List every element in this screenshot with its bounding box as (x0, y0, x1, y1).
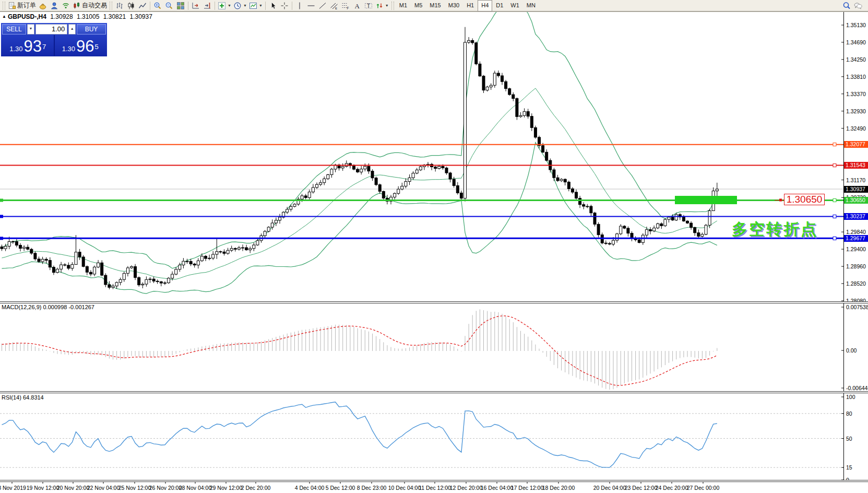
search-button[interactable] (841, 1, 852, 11)
rsi-indicator-label: RSI(14) 64.8314 (2, 394, 44, 401)
time-axis-label: 8 Nov 2019 (0, 485, 26, 491)
community-button[interactable] (852, 1, 864, 11)
time-axis-label: 16 Dec 04:00 (481, 485, 513, 491)
time-axis-label: 2 Dec 20:00 (241, 485, 271, 491)
autotrading-label: 自动交易 (82, 1, 107, 10)
timeframe-mn-button[interactable]: MN (523, 0, 539, 11)
volume-input[interactable]: 1.00 (35, 24, 68, 34)
template-icon (249, 2, 257, 10)
toolbar-right-icons (841, 1, 864, 11)
fibonacci-button[interactable]: F (340, 1, 351, 11)
sell-button[interactable]: SELL (2, 24, 26, 34)
price-tick-label: 1.35130 (846, 22, 866, 28)
periods-button[interactable]: ▼ (232, 1, 248, 11)
equidistant-channel-button[interactable]: E (328, 1, 340, 11)
timeframe-m15-button[interactable]: M15 (426, 0, 444, 11)
timeframe-d1-button[interactable]: D1 (492, 0, 507, 11)
periods-dropdown-icon[interactable]: ▼ (243, 4, 247, 7)
timeframe-w1-button[interactable]: W1 (507, 0, 523, 11)
new-order-button[interactable]: 新订单 (7, 1, 37, 11)
chart-canvas[interactable] (0, 0, 868, 493)
deposit-button[interactable] (37, 1, 49, 11)
timeframe-h4-button[interactable]: H4 (478, 0, 492, 11)
volume-decrease-button[interactable]: ▼ (27, 24, 34, 34)
highlight-rectangle[interactable] (675, 196, 737, 204)
auto-scroll-button[interactable] (190, 1, 201, 11)
insert-indicator-button[interactable]: ▼ (217, 1, 232, 11)
zoomin-icon (153, 2, 162, 10)
rsi-line (2, 402, 717, 467)
time-axis-label: 18 Dec 20:00 (542, 485, 575, 491)
search-icon (842, 2, 851, 10)
toolbar-grip (391, 2, 394, 10)
horizontal-line-button[interactable] (305, 1, 317, 11)
quote-panel-toggle-icon[interactable]: ▲ (2, 14, 6, 19)
autotrading-button[interactable]: 自动交易 (72, 1, 108, 11)
shift-icon (203, 2, 211, 10)
price-badge-129677: 1.29677 (844, 235, 868, 242)
one-click-trading-panel: SELL ▼ 1.00 ▲ BUY 1.30 93 7 1.30 96 5 (1, 23, 107, 56)
svg-text:E: E (335, 6, 337, 9)
person-icon (50, 2, 58, 10)
bar-chart-button[interactable] (114, 1, 125, 11)
buy-button[interactable]: BUY (77, 24, 106, 34)
svg-text:A: A (354, 2, 360, 9)
sell-price[interactable]: 1.30 93 7 (2, 35, 54, 56)
arrows-button[interactable]: ▼ (374, 1, 390, 11)
text-button[interactable]: A (351, 1, 363, 11)
timeframe-m1-button[interactable]: M1 (396, 0, 411, 11)
timeframe-m30-button[interactable]: M30 (445, 0, 463, 11)
buy-price[interactable]: 1.30 96 5 (55, 35, 106, 56)
zoom-out-button[interactable] (163, 1, 175, 11)
rsi-axis-label: 80 (846, 410, 852, 417)
new-order-icon (8, 2, 16, 10)
trendline-icon (318, 2, 327, 10)
channel-icon: E (330, 2, 338, 10)
buy-price-prefix: 1.30 (62, 44, 75, 54)
zoomout-icon (165, 2, 173, 10)
svg-text:T: T (367, 3, 370, 8)
macd-panel (2, 309, 717, 390)
signal-icon (62, 2, 70, 10)
macd-rsi-separator[interactable] (0, 391, 868, 393)
templates-dropdown-icon[interactable]: ▼ (259, 4, 263, 7)
insert-indicator-dropdown-icon[interactable]: ▼ (228, 4, 231, 7)
autoscroll-icon (192, 2, 200, 10)
main-macd-separator[interactable] (0, 301, 868, 303)
text-label-button[interactable]: T (363, 1, 374, 11)
price-tick-label: 1.33810 (846, 74, 866, 80)
accounts-button[interactable] (49, 1, 60, 11)
rsi-axis-label: 100 (846, 394, 855, 400)
timeframe-m5-button[interactable]: M5 (411, 0, 426, 11)
templates-button[interactable]: ▼ (248, 1, 264, 11)
deposit-icon (39, 2, 47, 10)
zoom-in-button[interactable] (152, 1, 163, 11)
candlesticks (1, 27, 718, 289)
chart-shift-button[interactable] (201, 1, 213, 11)
signals-button[interactable] (60, 1, 72, 11)
candlestick-chart-button[interactable] (125, 1, 137, 11)
arrows-dropdown-icon[interactable]: ▼ (385, 4, 389, 7)
time-axis-label: 17 Dec 12:00 (511, 485, 543, 491)
rsi-timeaxis-separator[interactable] (0, 480, 868, 482)
text-icon: A (353, 2, 361, 10)
tile-windows-button[interactable] (175, 1, 186, 11)
sell-price-sup: 7 (42, 44, 46, 50)
clock-icon (233, 2, 242, 10)
cursor-button[interactable] (267, 1, 279, 11)
line-chart-button[interactable] (137, 1, 148, 11)
vertical-line-button[interactable] (294, 1, 305, 11)
price-level-label[interactable]: 1.30650 (784, 194, 825, 205)
toolbar-separator (150, 2, 150, 10)
macd-main-value: 0.000998 (43, 304, 67, 310)
crosshair-button[interactable] (279, 1, 290, 11)
fibo-icon: F (341, 2, 350, 10)
time-axis-label: 23 Dec 12:00 (625, 485, 657, 491)
bollinger-upper-band (2, 2, 717, 268)
volume-increase-button[interactable]: ▲ (68, 24, 76, 34)
trendline-button[interactable] (317, 1, 328, 11)
timeframe-h1-button[interactable]: H1 (463, 0, 478, 11)
macd-axis-label: 0.00 (846, 347, 857, 354)
chart-text-annotation[interactable]: 多空转折点 (732, 219, 818, 240)
bar-icon (115, 2, 124, 10)
